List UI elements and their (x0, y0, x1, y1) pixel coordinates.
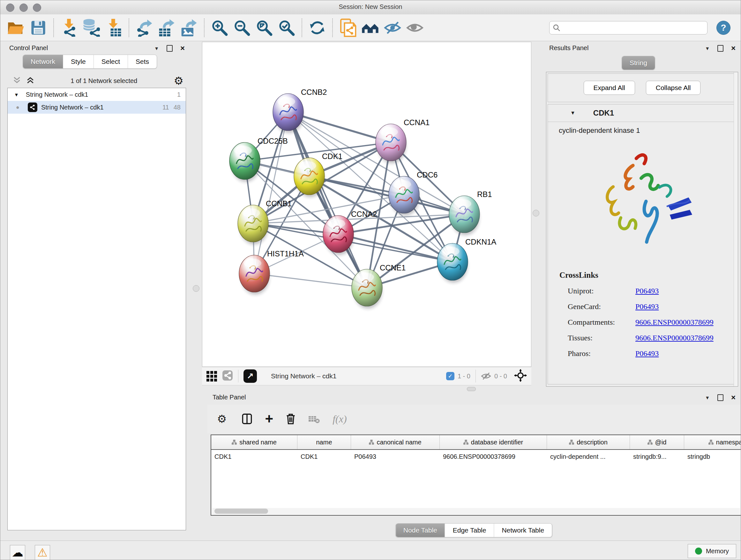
collection-disclosure-icon[interactable]: ▼ (14, 92, 19, 98)
float-panel-icon[interactable] (718, 45, 724, 52)
network-node-cdc6[interactable]: CDC6 (389, 171, 437, 216)
float-panel-icon[interactable] (166, 45, 173, 52)
grid-view-icon[interactable] (206, 371, 217, 381)
network-edge[interactable] (254, 273, 367, 288)
tab-network[interactable]: Network (23, 55, 63, 68)
table-row[interactable]: CDK1CDK1P064939606.ENSP00000378699cyclin… (211, 450, 741, 463)
column-header-database-identifier[interactable]: database identifier (440, 435, 547, 449)
string-home-button[interactable] (360, 17, 380, 38)
crosslink-link[interactable]: P06493 (635, 302, 659, 311)
table-horizontal-scrollbar[interactable] (212, 508, 740, 514)
network-graph[interactable]: CCNB2CCNA1CDC25BCDK1CDC6RB1CCNB1CCNA2CDK… (202, 42, 531, 367)
zoom-in-button[interactable] (210, 17, 229, 38)
network-edge[interactable] (288, 112, 367, 288)
search-input[interactable] (563, 23, 704, 32)
detach-view-button[interactable]: ↗ (244, 369, 257, 383)
close-panel-icon[interactable]: × (731, 394, 736, 401)
table-cell[interactable]: CDK1 (297, 450, 351, 463)
collapse-all-networks-icon[interactable] (13, 77, 21, 84)
tab-node-table[interactable]: Node Table (396, 523, 445, 537)
table-cell[interactable]: stringdb:9... (630, 450, 684, 463)
hidden-eye-icon[interactable] (481, 372, 491, 380)
float-panel-icon[interactable] (718, 394, 724, 401)
column-header-description[interactable]: description (547, 435, 630, 449)
crosslink-label: Pharos: (568, 349, 635, 358)
import-network-file-button[interactable] (59, 17, 78, 38)
export-network-button[interactable] (135, 17, 154, 38)
tab-edge-table[interactable]: Edge Table (445, 523, 494, 537)
show-columns-icon[interactable] (242, 414, 252, 424)
network-view-canvas[interactable]: CCNB2CCNA1CDC25BCDK1CDC6RB1CCNB1CCNA2CDK… (202, 42, 531, 367)
create-column-icon[interactable]: + (265, 413, 273, 424)
zoom-out-button[interactable] (232, 17, 252, 38)
left-splitter-handle[interactable] (193, 285, 199, 292)
open-session-button[interactable] (6, 17, 25, 38)
network-node-cdkn1a[interactable]: CDKN1A (437, 238, 496, 283)
tab-network-table[interactable]: Network Table (494, 523, 552, 537)
crosslink-link[interactable]: P06493 (635, 287, 659, 295)
panel-menu-icon[interactable]: ▼ (154, 46, 159, 51)
export-table-button[interactable] (157, 17, 176, 38)
network-options-gear-icon[interactable]: ⚙ (174, 75, 184, 86)
tab-style[interactable]: Style (63, 55, 94, 68)
panel-menu-icon[interactable]: ▼ (705, 395, 710, 400)
section-disclosure-icon[interactable]: ▼ (570, 110, 576, 116)
cloud-status-button[interactable]: ☁ (10, 545, 25, 560)
expand-all-button[interactable]: Expand All (584, 81, 635, 95)
search-box[interactable] (549, 21, 708, 35)
table-options-gear-icon[interactable]: ⚙ (217, 414, 226, 424)
delete-column-icon[interactable] (286, 413, 295, 425)
update-view-button[interactable] (308, 17, 327, 38)
network-edge[interactable] (288, 112, 391, 142)
column-header-namespace[interactable]: namespace (684, 435, 741, 449)
table-cell[interactable]: CDK1 (211, 450, 297, 463)
column-header-shared-name[interactable]: shared name (211, 435, 297, 449)
table-cell[interactable]: 9606.ENSP00000378699 (440, 450, 547, 463)
right-splitter-handle[interactable] (533, 210, 539, 216)
column-header--id[interactable]: @id (630, 435, 684, 449)
crosslink-link[interactable]: 9606.ENSP00000378699 (635, 334, 714, 342)
birds-eye-toggle[interactable] (514, 369, 527, 383)
column-header-canonical-name[interactable]: canonical name (351, 435, 440, 449)
network-node-rb1[interactable]: RB1 (449, 190, 492, 235)
zoom-fit-button[interactable] (255, 17, 274, 38)
selection-checkbox-icon[interactable]: ✓ (446, 372, 455, 380)
import-table-file-button[interactable] (104, 17, 123, 38)
warnings-button[interactable]: ⚠ (35, 545, 50, 560)
scrollbar-thumb[interactable] (214, 509, 268, 514)
table-cell[interactable]: cyclin-dependent ... (547, 450, 630, 463)
crosslink-link[interactable]: 9606.ENSP00000378699 (635, 318, 714, 327)
panel-menu-icon[interactable]: ▼ (705, 46, 710, 51)
share-view-icon[interactable] (222, 370, 233, 382)
save-session-button[interactable] (29, 17, 48, 38)
tab-string[interactable]: String (622, 56, 655, 70)
title-bar[interactable]: Session: New Session (0, 0, 741, 15)
close-panel-icon[interactable]: × (180, 44, 185, 52)
hide-unhide-button[interactable] (383, 17, 402, 38)
column-header-name[interactable]: name (297, 435, 351, 449)
close-panel-icon[interactable]: × (731, 44, 736, 52)
expand-all-networks-icon[interactable] (26, 77, 34, 84)
results-scrollbar[interactable] (734, 72, 738, 386)
import-network-database-button[interactable] (82, 17, 101, 38)
memory-button[interactable]: Memory (688, 544, 736, 558)
network-node-hist1h1a[interactable]: HIST1H1A (239, 249, 304, 295)
tab-select[interactable]: Select (94, 55, 128, 68)
tab-sets[interactable]: Sets (128, 55, 157, 68)
export-image-button[interactable] (179, 17, 199, 38)
show-graphics-details-button[interactable] (405, 17, 424, 38)
collapse-all-button[interactable]: Collapse All (646, 81, 701, 95)
gene-section-header[interactable]: ▼ CDK1 (548, 105, 736, 122)
column-header-label: name (316, 439, 332, 446)
zoom-selected-button[interactable] (277, 17, 296, 38)
horizontal-splitter-handle[interactable] (467, 387, 476, 391)
table-cell[interactable]: stringdb (684, 450, 741, 463)
crosslink-link[interactable]: P06493 (635, 349, 659, 358)
table-cell[interactable]: P06493 (351, 450, 440, 463)
network-node-ccnb2[interactable]: CCNB2 (273, 88, 327, 133)
string-import-button[interactable] (338, 17, 357, 38)
network-node-ccna1[interactable]: CCNA1 (376, 118, 429, 164)
network-collection-row[interactable]: ▼ String Network – cdk1 1 (8, 88, 186, 101)
help-button[interactable]: ? (717, 21, 731, 35)
network-row-selected[interactable]: ● String Network – cdk1 11 48 (8, 101, 186, 114)
